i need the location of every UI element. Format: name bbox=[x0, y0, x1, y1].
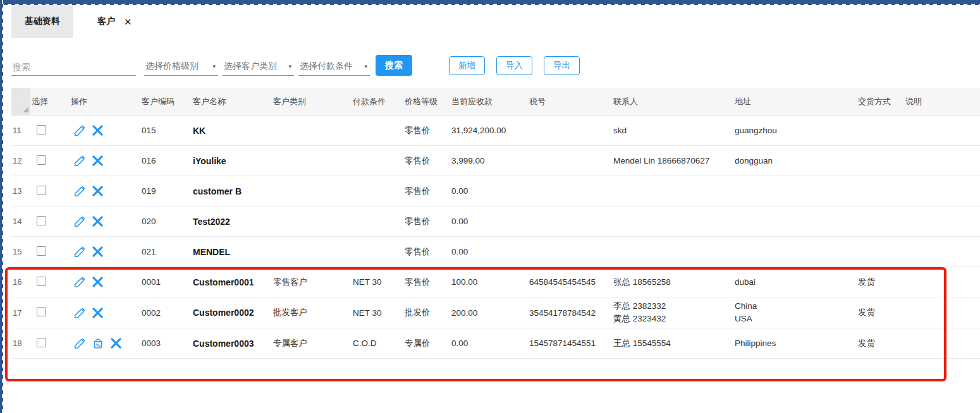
name-cell: Customer0001 bbox=[192, 277, 272, 287]
edit-pencil-icon[interactable] bbox=[73, 245, 87, 258]
column-header-11: 地址 bbox=[733, 96, 857, 107]
search-input[interactable] bbox=[11, 59, 136, 76]
tab-basic-data-label: 基础资料 bbox=[25, 16, 60, 27]
ops-cell bbox=[70, 154, 140, 167]
table-row-12: 12 016iYoulike零售价3,999.00Mendel Lin 1866… bbox=[11, 146, 980, 176]
delete-x-icon[interactable] bbox=[91, 184, 104, 198]
tax-cell: 15457871454551 bbox=[528, 338, 612, 348]
delete-x-icon[interactable] bbox=[91, 306, 104, 320]
receivable-cell: 0.00 bbox=[450, 338, 528, 348]
address-cell bbox=[733, 219, 857, 224]
column-header-8: 当前应收款 bbox=[450, 96, 528, 107]
customer-type-select[interactable]: 选择客户类别 ▾ bbox=[223, 57, 294, 76]
row-checkbox[interactable] bbox=[37, 125, 46, 135]
table-row-14: 14 020Test2022零售价0.00 bbox=[11, 206, 980, 237]
receivable-cell: 31,924,200.00 bbox=[450, 126, 528, 135]
add-button[interactable]: 新增 bbox=[449, 56, 485, 75]
code-cell: 0002 bbox=[140, 308, 192, 318]
price-level-select[interactable]: 选择价格级别 ▾ bbox=[144, 57, 218, 76]
name-cell: Customer0002 bbox=[192, 308, 272, 318]
delete-x-icon[interactable] bbox=[91, 124, 104, 137]
import-button[interactable]: 导入 bbox=[496, 56, 532, 75]
name-cell: KK bbox=[192, 126, 272, 136]
edit-pencil-icon[interactable] bbox=[73, 124, 87, 137]
code-cell: 016 bbox=[140, 156, 192, 165]
column-header-13: 说明 bbox=[904, 96, 980, 107]
contact-cell: 张总 18565258 bbox=[612, 273, 733, 291]
payment-cell: C.O.D bbox=[352, 338, 403, 348]
code-cell: 0001 bbox=[140, 277, 192, 287]
address-cell: guangzhou bbox=[733, 122, 857, 140]
payment-terms-select[interactable]: 选择付款条件 ▾ bbox=[298, 57, 370, 76]
contact-cell bbox=[612, 249, 733, 254]
delete-x-icon[interactable] bbox=[91, 215, 104, 228]
delivery-cell: 发货 bbox=[857, 307, 904, 318]
tab-customer-label: 客户 bbox=[97, 16, 115, 27]
price_level-cell: 零售价 bbox=[403, 186, 450, 197]
edit-pencil-icon[interactable] bbox=[73, 215, 87, 228]
code-cell: 021 bbox=[140, 247, 192, 256]
select-all-grip-icon bbox=[23, 107, 28, 112]
receivable-cell: 0.00 bbox=[450, 186, 528, 196]
receivable-cell: 0.00 bbox=[450, 247, 528, 256]
receivable-cell: 200.00 bbox=[450, 308, 528, 318]
select-cell bbox=[30, 246, 70, 258]
chevron-down-icon: ▾ bbox=[364, 63, 367, 69]
select-cell bbox=[30, 307, 70, 318]
discount-basket-icon[interactable]: % bbox=[91, 337, 105, 350]
row-checkbox[interactable] bbox=[37, 216, 46, 225]
ops-cell bbox=[70, 215, 140, 228]
edit-pencil-icon[interactable] bbox=[73, 275, 87, 289]
type-cell: 批发客户 bbox=[272, 307, 352, 318]
edit-pencil-icon[interactable] bbox=[73, 184, 87, 198]
row-number: 13 bbox=[11, 186, 30, 196]
row-checkbox[interactable] bbox=[37, 338, 46, 347]
edit-pencil-icon[interactable] bbox=[73, 154, 87, 167]
export-button[interactable]: 导出 bbox=[544, 56, 580, 75]
row-checkbox[interactable] bbox=[37, 155, 46, 165]
price_level-cell: 零售价 bbox=[403, 155, 450, 167]
row-number: 17 bbox=[11, 308, 30, 318]
select-cell bbox=[30, 155, 70, 167]
address-cell: Philippines bbox=[733, 335, 857, 352]
row-checkbox[interactable] bbox=[37, 307, 46, 316]
delete-x-icon[interactable] bbox=[91, 154, 104, 167]
row-checkbox[interactable] bbox=[37, 246, 46, 256]
delete-x-icon[interactable] bbox=[91, 275, 104, 289]
delete-x-icon[interactable] bbox=[109, 337, 123, 350]
column-header-3: 客户编码 bbox=[140, 96, 192, 107]
delete-x-icon[interactable] bbox=[91, 245, 104, 258]
select-cell bbox=[30, 338, 70, 349]
edit-pencil-icon[interactable] bbox=[73, 337, 87, 350]
code-cell: 019 bbox=[140, 186, 192, 196]
row-checkbox[interactable] bbox=[37, 186, 46, 195]
customer-type-select-label: 选择客户类别 bbox=[224, 61, 277, 72]
table-row-11: 11 015KK零售价31,924,200.00skdguangzhou bbox=[11, 116, 980, 146]
price_level-cell: 零售价 bbox=[403, 246, 450, 258]
table-row-17: 17 0002Customer0002批发客户NET 30批发价200.0035… bbox=[11, 297, 980, 328]
price_level-cell: 零售价 bbox=[403, 125, 450, 136]
customer-table: 选择操作客户编码客户名称客户类别付款条件价格等级当前应收款税号联系人地址交货方式… bbox=[11, 88, 980, 369]
address-cell bbox=[733, 249, 857, 254]
search-button[interactable]: 搜索 bbox=[376, 55, 412, 76]
column-header-10: 联系人 bbox=[612, 96, 733, 107]
ops-cell bbox=[70, 306, 140, 320]
edit-pencil-icon[interactable] bbox=[73, 306, 87, 320]
delivery-cell: 发货 bbox=[857, 338, 904, 349]
tab-customer[interactable]: 客户 ✕ bbox=[84, 5, 145, 38]
table-empty-space bbox=[11, 359, 980, 369]
code-cell: 015 bbox=[140, 126, 192, 135]
tab-bar: 基础资料 客户 ✕ bbox=[11, 5, 980, 38]
code-cell: 020 bbox=[140, 217, 192, 226]
contact-cell: 李总 2382332 黄总 2323432 bbox=[612, 297, 733, 328]
type-cell: 专属客户 bbox=[272, 338, 352, 349]
row-checkbox[interactable] bbox=[37, 277, 46, 286]
price_level-cell: 批发价 bbox=[403, 307, 450, 318]
tab-close-icon[interactable]: ✕ bbox=[124, 17, 132, 27]
tab-basic-data[interactable]: 基础资料 bbox=[11, 5, 73, 38]
row-number: 18 bbox=[11, 338, 30, 348]
receivable-cell: 0.00 bbox=[450, 217, 528, 226]
capture-border-top bbox=[0, 0, 980, 5]
name-cell: MENDEL bbox=[192, 247, 272, 257]
chevron-down-icon: ▾ bbox=[212, 63, 216, 69]
